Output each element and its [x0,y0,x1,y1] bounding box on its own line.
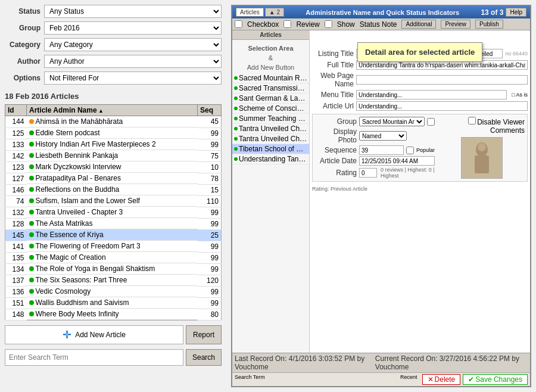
save-changes-button[interactable]: ✔ Save Changes [463,374,528,385]
table-row[interactable]: 135The Magic of Creation99 [5,252,222,263]
rating-input[interactable] [359,168,377,178]
review-btn[interactable] [283,20,291,28]
detail-area: Detail area for selected article Listing… [310,30,530,353]
mini-item[interactable]: Sacred Mountain Reac... [232,73,309,83]
table-row[interactable]: 136Vedic Cosmology99 [5,286,222,297]
row-seq: 99 [198,241,222,252]
delete-button[interactable]: ✕ Delete [422,374,461,385]
search-button[interactable]: Search [186,349,222,366]
col-name[interactable]: Article Admin Name [27,105,198,116]
table-row[interactable]: 74Sufism, Islam and the Lower Self110 [5,195,222,207]
author-select[interactable]: Any Author [44,55,222,68]
row-seq: 99 [198,286,222,297]
menu-title-input[interactable] [356,90,507,99]
search-row: Search [5,349,222,366]
add-new-article-button[interactable]: ✛ Add New Article [5,325,183,344]
tab-area: Articles ▲ 2 [236,8,284,17]
table-row[interactable]: 146Reflections on the Buddha15 [5,184,222,195]
toolbar-checkboxes: Checkbox Review Show Status Note Additio… [235,20,503,29]
row-id: 128 [5,218,27,229]
status-dot-icon [29,278,34,282]
article-date-input[interactable] [359,156,435,166]
additional-button[interactable]: Additional [401,20,436,29]
mini-item[interactable]: Summer Teaching Progr... [232,114,309,124]
group-field-select[interactable]: Sacred Mountain Artice [359,117,425,126]
web-page-row: Web Page Name [312,71,528,88]
search-input[interactable] [5,349,183,366]
row-name: The Essence of Kriya [27,229,198,241]
article-date-label: Article Date [315,157,357,165]
category-label: Category [5,41,40,49]
table-row[interactable]: 123Mark Dyczkowski Interview10 [5,161,222,173]
disable-comments-checkbox[interactable] [468,117,476,125]
table-row[interactable]: 134The Role of Yoga in Bengali Shaktism9… [5,263,222,275]
table-row[interactable]: 151Wallis Buddhism and Saivism99 [5,297,222,309]
popular-checkbox[interactable] [406,147,414,154]
display-photo-select[interactable]: Named [359,131,407,141]
table-row[interactable]: 148Where Body Meets Infinity80 [5,309,222,321]
table-row[interactable]: 132Tantra Unveiled - Chapter 399 [5,207,222,218]
status-dot-icon [29,153,34,158]
table-row[interactable]: 125Eddie Stern podcast99 [5,127,222,139]
row-seq: 99 [198,263,222,275]
plus-icon: ✛ [63,328,71,341]
tab-2[interactable]: ▲ 2 [265,8,284,17]
right-content: Articles Selection Area & Add New Button… [232,30,530,353]
row-name: Reflections on the Buddha [27,184,198,195]
col-seq[interactable]: Seq [198,105,222,116]
mini-item[interactable]: Tantra Unveiled Chapter... [232,134,309,144]
mini-item[interactable]: Understanding Tantra C... [232,154,309,164]
amp-symbol: & [232,54,309,61]
add-new-button-label: Add New Button [232,61,309,73]
col-id[interactable]: Id [5,105,27,116]
publish-button[interactable]: Publish [475,20,503,29]
status-select[interactable]: Any Status [44,5,222,18]
mini-item[interactable]: Scheme of Consciousnes... [232,104,309,114]
detail-section: Group Sacred Mountain Artice Display Pho… [312,114,528,182]
table-row[interactable]: 144Ahimsā in the Mahābhārata45 [5,116,222,128]
row-id: 134 [5,263,27,275]
row-id: 125 [5,127,27,139]
status-dot-icon [29,221,34,226]
group-field-label: Group [315,117,357,126]
report-button[interactable]: Report [186,325,222,344]
mini-list-header: Articles [232,30,309,40]
table-row[interactable]: 128The Asta Matrikas99 [5,218,222,229]
row-seq: 110 [198,195,222,207]
group-checkbox[interactable] [427,118,435,126]
row-name: The Flowering of Freedom Part 3 [27,241,198,252]
mini-item[interactable]: Sacred Transmission No... [232,83,309,94]
show-btn[interactable] [325,20,332,28]
table-row[interactable]: 137The Six Seasons: Part Three120 [5,275,222,286]
group-select[interactable]: Feb 2016 [44,21,222,35]
menu-title-label: Menu Title [312,91,354,99]
row-name: The Asta Matrikas [27,218,198,229]
articles-tab[interactable]: Articles [236,8,264,17]
table-row[interactable]: 145The Essence of Kriya25 [5,229,222,241]
table-row[interactable]: 127Pratapaditya Pal - Benares78 [5,173,222,184]
preview-button[interactable]: Preview [441,20,470,29]
checkbox-btn[interactable] [235,20,242,28]
row-name: Eddie Stern podcast [27,127,198,139]
sequence-input[interactable] [359,145,404,155]
article-url-row: Article Url [312,101,528,111]
rating-label: Rating [315,169,357,177]
row-id: 132 [5,207,27,218]
table-row[interactable]: 142Liesbeth Bennink Pankaja75 [5,150,222,161]
mini-item-selected[interactable]: Tibetan School of Marc... [232,144,309,154]
help-button[interactable]: Help [506,8,526,17]
mini-item[interactable]: Tantra Unveiled Chapter... [232,124,309,134]
table-row[interactable]: 133History Indian Art Five Masterpieces … [5,139,222,150]
web-page-input[interactable] [356,75,528,85]
mini-item[interactable]: Sant German & Lad. No... [232,94,309,104]
status-dot-icon [29,266,34,271]
full-title-label: Full Title [312,61,354,69]
sequence-row: Sequence Popular [315,145,435,155]
article-url-input[interactable] [356,101,528,111]
options-select[interactable]: Not Filtered For [44,71,222,85]
nav-count: 13 of 3 [481,8,503,17]
row-name: Pratapaditya Pal - Benares [27,173,198,184]
table-row[interactable]: 141The Flowering of Freedom Part 399 [5,241,222,252]
row-seq: 25 [198,229,222,241]
category-select[interactable]: Any Category [44,38,222,51]
